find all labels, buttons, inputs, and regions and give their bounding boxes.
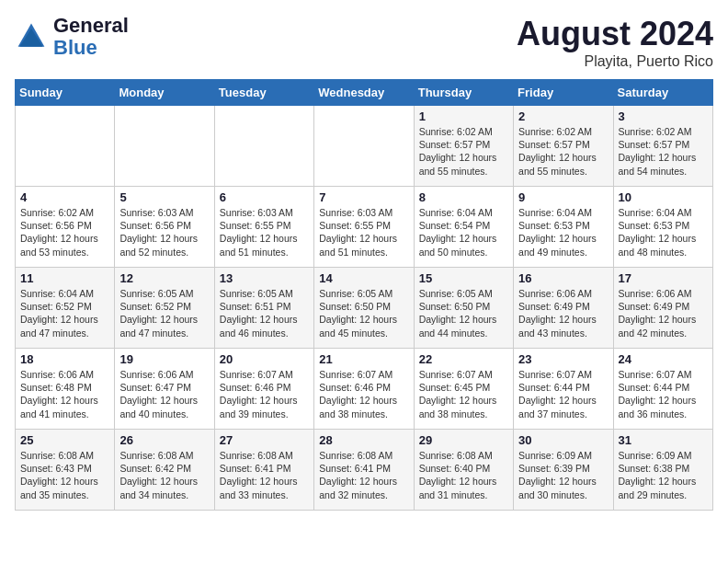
day-info: Sunrise: 6:05 AM Sunset: 6:51 PM Dayligh… (220, 287, 309, 339)
logo: General Blue (15, 15, 129, 59)
day-number: 16 (518, 271, 608, 285)
calendar-cell: 8Sunrise: 6:04 AM Sunset: 6:54 PM Daylig… (414, 187, 513, 268)
day-info: Sunrise: 6:07 AM Sunset: 6:46 PM Dayligh… (220, 368, 309, 420)
day-number: 14 (319, 271, 408, 285)
month-year: August 2024 (517, 15, 713, 53)
day-info: Sunrise: 6:06 AM Sunset: 6:49 PM Dayligh… (619, 287, 708, 339)
calendar-cell: 30Sunrise: 6:09 AM Sunset: 6:39 PM Dayli… (514, 430, 613, 511)
day-number: 10 (619, 190, 708, 204)
day-info: Sunrise: 6:07 AM Sunset: 6:44 PM Dayligh… (518, 368, 608, 420)
day-header-friday: Friday (514, 80, 613, 106)
day-number: 20 (220, 352, 309, 366)
day-info: Sunrise: 6:06 AM Sunset: 6:47 PM Dayligh… (119, 368, 209, 420)
calendar-cell: 22Sunrise: 6:07 AM Sunset: 6:45 PM Dayli… (414, 349, 513, 430)
day-number: 15 (419, 271, 508, 285)
day-number: 25 (20, 433, 109, 447)
day-info: Sunrise: 6:03 AM Sunset: 6:56 PM Dayligh… (119, 206, 209, 259)
day-header-tuesday: Tuesday (214, 80, 313, 106)
calendar-cell: 13Sunrise: 6:05 AM Sunset: 6:51 PM Dayli… (214, 268, 313, 349)
day-info: Sunrise: 6:06 AM Sunset: 6:48 PM Dayligh… (20, 368, 109, 420)
day-info: Sunrise: 6:08 AM Sunset: 6:43 PM Dayligh… (20, 449, 109, 501)
day-info: Sunrise: 6:05 AM Sunset: 6:50 PM Dayligh… (319, 287, 408, 339)
day-number: 7 (319, 190, 408, 204)
calendar-cell: 25Sunrise: 6:08 AM Sunset: 6:43 PM Dayli… (16, 430, 115, 511)
day-number: 31 (619, 433, 708, 447)
calendar-cell: 14Sunrise: 6:05 AM Sunset: 6:50 PM Dayli… (314, 268, 414, 349)
day-info: Sunrise: 6:09 AM Sunset: 6:39 PM Dayligh… (518, 449, 608, 501)
day-info: Sunrise: 6:09 AM Sunset: 6:38 PM Dayligh… (619, 449, 708, 501)
calendar-cell: 4Sunrise: 6:02 AM Sunset: 6:56 PM Daylig… (16, 187, 115, 268)
day-number: 24 (619, 352, 708, 366)
calendar-cell (214, 106, 313, 187)
day-number: 22 (419, 352, 508, 366)
calendar-cell: 24Sunrise: 6:07 AM Sunset: 6:44 PM Dayli… (613, 349, 712, 430)
day-number: 3 (619, 109, 708, 123)
calendar-cell: 18Sunrise: 6:06 AM Sunset: 6:48 PM Dayli… (16, 349, 115, 430)
calendar-cell: 26Sunrise: 6:08 AM Sunset: 6:42 PM Dayli… (115, 430, 214, 511)
calendar-cell: 19Sunrise: 6:06 AM Sunset: 6:47 PM Dayli… (115, 349, 214, 430)
logo-text: General Blue (53, 15, 129, 59)
day-number: 19 (119, 352, 209, 366)
day-info: Sunrise: 6:05 AM Sunset: 6:52 PM Dayligh… (119, 287, 209, 339)
day-number: 9 (518, 190, 608, 204)
calendar-cell: 29Sunrise: 6:08 AM Sunset: 6:40 PM Dayli… (414, 430, 513, 511)
day-info: Sunrise: 6:07 AM Sunset: 6:46 PM Dayligh… (319, 368, 408, 420)
day-number: 29 (419, 433, 508, 447)
calendar-cell: 28Sunrise: 6:08 AM Sunset: 6:41 PM Dayli… (314, 430, 414, 511)
calendar-cell: 2Sunrise: 6:02 AM Sunset: 6:57 PM Daylig… (514, 106, 613, 187)
day-number: 28 (319, 433, 408, 447)
calendar-cell: 15Sunrise: 6:05 AM Sunset: 6:50 PM Dayli… (414, 268, 513, 349)
calendar-cell: 23Sunrise: 6:07 AM Sunset: 6:44 PM Dayli… (514, 349, 613, 430)
calendar-cell: 3Sunrise: 6:02 AM Sunset: 6:57 PM Daylig… (613, 106, 712, 187)
calendar-cell: 21Sunrise: 6:07 AM Sunset: 6:46 PM Dayli… (314, 349, 414, 430)
day-header-monday: Monday (115, 80, 214, 106)
day-number: 5 (119, 190, 209, 204)
day-number: 6 (220, 190, 309, 204)
day-number: 21 (319, 352, 408, 366)
calendar-cell: 16Sunrise: 6:06 AM Sunset: 6:49 PM Dayli… (514, 268, 613, 349)
logo-icon (15, 20, 48, 53)
location: Playita, Puerto Rico (517, 53, 713, 70)
calendar-cell (115, 106, 214, 187)
day-info: Sunrise: 6:02 AM Sunset: 6:57 PM Dayligh… (518, 125, 608, 178)
day-number: 12 (119, 271, 209, 285)
day-info: Sunrise: 6:06 AM Sunset: 6:49 PM Dayligh… (518, 287, 608, 339)
day-number: 26 (119, 433, 209, 447)
page-header: General Blue August 2024 Playita, Puerto… (15, 15, 713, 70)
calendar-cell: 6Sunrise: 6:03 AM Sunset: 6:55 PM Daylig… (214, 187, 313, 268)
svg-marker-1 (19, 29, 42, 47)
calendar-cell: 1Sunrise: 6:02 AM Sunset: 6:57 PM Daylig… (414, 106, 513, 187)
day-info: Sunrise: 6:08 AM Sunset: 6:40 PM Dayligh… (419, 449, 508, 501)
calendar-cell: 20Sunrise: 6:07 AM Sunset: 6:46 PM Dayli… (214, 349, 313, 430)
calendar-cell (16, 106, 115, 187)
day-info: Sunrise: 6:07 AM Sunset: 6:44 PM Dayligh… (619, 368, 708, 420)
calendar-cell: 5Sunrise: 6:03 AM Sunset: 6:56 PM Daylig… (115, 187, 214, 268)
title-block: August 2024 Playita, Puerto Rico (517, 15, 713, 70)
day-number: 4 (20, 190, 109, 204)
calendar-cell: 31Sunrise: 6:09 AM Sunset: 6:38 PM Dayli… (613, 430, 712, 511)
calendar-cell: 17Sunrise: 6:06 AM Sunset: 6:49 PM Dayli… (613, 268, 712, 349)
day-header-thursday: Thursday (414, 80, 513, 106)
week-row-4: 18Sunrise: 6:06 AM Sunset: 6:48 PM Dayli… (16, 349, 713, 430)
day-number: 30 (518, 433, 608, 447)
day-info: Sunrise: 6:05 AM Sunset: 6:50 PM Dayligh… (419, 287, 508, 339)
day-number: 23 (518, 352, 608, 366)
calendar-cell: 11Sunrise: 6:04 AM Sunset: 6:52 PM Dayli… (16, 268, 115, 349)
day-info: Sunrise: 6:02 AM Sunset: 6:56 PM Dayligh… (20, 206, 109, 259)
day-header-sunday: Sunday (16, 80, 115, 106)
day-number: 11 (20, 271, 109, 285)
day-number: 1 (419, 109, 508, 123)
day-number: 27 (220, 433, 309, 447)
days-header-row: SundayMondayTuesdayWednesdayThursdayFrid… (16, 80, 713, 106)
day-info: Sunrise: 6:08 AM Sunset: 6:41 PM Dayligh… (319, 449, 408, 501)
day-info: Sunrise: 6:02 AM Sunset: 6:57 PM Dayligh… (419, 125, 508, 178)
day-header-saturday: Saturday (613, 80, 712, 106)
week-row-3: 11Sunrise: 6:04 AM Sunset: 6:52 PM Dayli… (16, 268, 713, 349)
week-row-5: 25Sunrise: 6:08 AM Sunset: 6:43 PM Dayli… (16, 430, 713, 511)
week-row-1: 1Sunrise: 6:02 AM Sunset: 6:57 PM Daylig… (16, 106, 713, 187)
calendar-cell: 9Sunrise: 6:04 AM Sunset: 6:53 PM Daylig… (514, 187, 613, 268)
day-info: Sunrise: 6:03 AM Sunset: 6:55 PM Dayligh… (319, 206, 408, 259)
day-info: Sunrise: 6:03 AM Sunset: 6:55 PM Dayligh… (220, 206, 309, 259)
day-info: Sunrise: 6:04 AM Sunset: 6:53 PM Dayligh… (518, 206, 608, 259)
day-number: 2 (518, 109, 608, 123)
